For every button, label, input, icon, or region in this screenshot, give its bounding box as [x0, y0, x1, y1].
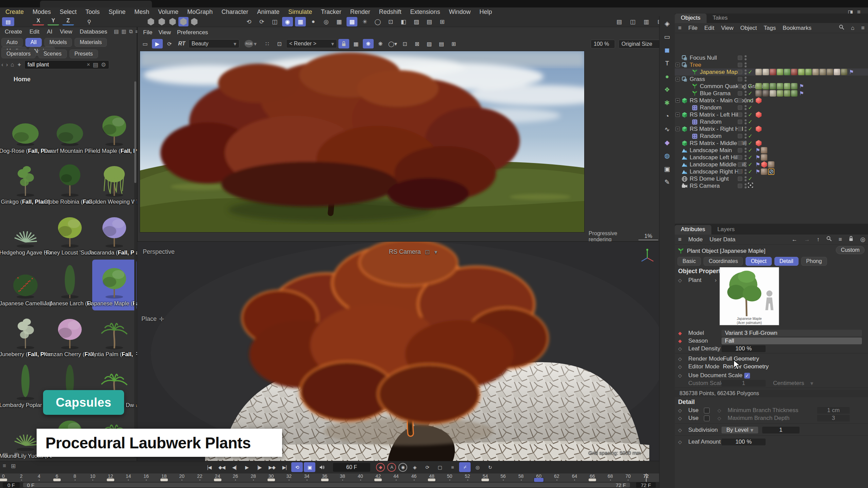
- object-row-blue-grama[interactable]: Blue Grama✓⚑: [675, 90, 868, 97]
- menu-select[interactable]: Select: [60, 8, 77, 16]
- material-tag[interactable]: [791, 83, 797, 89]
- material-icon[interactable]: ●: [308, 17, 319, 26]
- layer-toggle[interactable]: [738, 127, 742, 131]
- attr-tab-coordinates[interactable]: Coordinates: [704, 257, 743, 266]
- menu-help[interactable]: Help: [479, 8, 492, 16]
- enabled-check-icon[interactable]: ✓: [748, 176, 752, 182]
- material-tag[interactable]: [763, 69, 769, 75]
- keyframe-marker[interactable]: [53, 479, 61, 481]
- stripes-icon[interactable]: ▨: [411, 17, 422, 26]
- snapshot-freeze-icon[interactable]: ❋: [363, 39, 374, 48]
- search-input[interactable]: fall plant × ▤ ⚙: [24, 60, 109, 69]
- snap-grid-icon[interactable]: ▩: [347, 17, 357, 26]
- enabled-check-icon[interactable]: ✓: [748, 133, 752, 139]
- forward-icon[interactable]: ›: [6, 61, 8, 68]
- filter-icon[interactable]: ≡: [861, 25, 865, 32]
- enabled-check-icon[interactable]: ✓: [748, 126, 752, 132]
- object-row-random[interactable]: Random✓: [675, 118, 868, 125]
- visibility-dots[interactable]: [745, 62, 747, 68]
- object-row-landscape-left-hill[interactable]: Landscape Left Hill✓⚑: [675, 154, 868, 161]
- home-icon[interactable]: ⌂: [11, 61, 14, 68]
- text-tool-icon[interactable]: T: [665, 60, 669, 66]
- layer-toggle[interactable]: [738, 63, 742, 67]
- menu-modes[interactable]: Modes: [33, 8, 51, 16]
- keyframe-marker[interactable]: [268, 479, 275, 481]
- hamburger-icon[interactable]: ≡: [678, 236, 682, 243]
- material-tag[interactable]: [763, 83, 769, 89]
- layer-toggle[interactable]: [738, 162, 742, 167]
- dither-icon[interactable]: ∷: [262, 39, 273, 48]
- asset-item-kentia[interactable]: Kentia Palm (Fall, Plant): [92, 310, 137, 361]
- circle-icon[interactable]: ◯: [372, 17, 383, 26]
- menu-user-data[interactable]: User Data: [709, 236, 735, 243]
- timeline-ruler[interactable]: 0246810121416182022242628303234363840424…: [0, 473, 659, 482]
- render-mode-select[interactable]: Full Geometry: [723, 355, 759, 362]
- deformer-icon[interactable]: ◔: [665, 113, 669, 119]
- up-icon[interactable]: ↑: [817, 236, 820, 243]
- visibility-dots[interactable]: [745, 126, 747, 133]
- snapshot-icon[interactable]: ▭: [140, 39, 151, 48]
- layer-toggle[interactable]: [738, 155, 742, 160]
- menu-mode[interactable]: Mode: [688, 236, 703, 243]
- layer-toggle[interactable]: [738, 141, 742, 145]
- range-end-field[interactable]: 72 F: [636, 482, 656, 488]
- menu-simulate[interactable]: Simulate: [288, 8, 312, 16]
- keyframe-marker[interactable]: [374, 479, 382, 481]
- enabled-check-icon[interactable]: ✓: [748, 154, 752, 161]
- autokey-button[interactable]: A: [387, 463, 396, 472]
- layer-toggle[interactable]: [738, 177, 742, 181]
- browser-menu-edit[interactable]: Edit: [29, 28, 39, 35]
- visibility-dots[interactable]: [745, 155, 747, 161]
- menu-tools[interactable]: Tools: [85, 8, 100, 16]
- enabled-check-icon[interactable]: ✓: [748, 90, 752, 97]
- record-rot-button[interactable]: ↻: [484, 462, 496, 472]
- layer-toggle[interactable]: [738, 56, 742, 60]
- menu-extensions[interactable]: Extensions: [410, 8, 440, 16]
- previous-frame-button[interactable]: ◀|: [229, 462, 240, 472]
- visibility-dots[interactable]: [745, 183, 747, 189]
- stop-tag[interactable]: [768, 168, 774, 175]
- attr-tab-phong[interactable]: Phong: [801, 257, 827, 266]
- expand-arrow-icon[interactable]: ›: [715, 277, 717, 284]
- browser-menu-create[interactable]: Create: [5, 28, 22, 35]
- filter-all[interactable]: All: [25, 38, 42, 47]
- phong-tag-icon[interactable]: ⚑: [755, 147, 760, 154]
- asset-item-hedgehog[interactable]: Hedgehog Agave (Fall...: [3, 209, 48, 260]
- view-mode-icon[interactable]: [146, 17, 156, 26]
- material-tag[interactable]: [777, 90, 783, 97]
- tab-attributes[interactable]: Attributes: [675, 225, 711, 235]
- key-scale-button[interactable]: ▢: [434, 462, 446, 472]
- enabled-check-icon[interactable]: ✓: [748, 140, 752, 146]
- next-frame-button[interactable]: |▶: [254, 462, 265, 472]
- filter-models[interactable]: Models: [44, 38, 72, 47]
- asset-item-globe[interactable]: Globe Robinia (Fall, Pl...: [48, 158, 92, 209]
- model-select[interactable]: Variant 3 Full-Grown: [722, 330, 862, 337]
- back-icon[interactable]: ←: [792, 236, 797, 243]
- menu-window[interactable]: Window: [449, 8, 471, 16]
- material-tag[interactable]: [820, 69, 826, 75]
- menu-render[interactable]: Render: [350, 8, 370, 16]
- layer-toggle[interactable]: [738, 77, 742, 81]
- enabled-check-icon[interactable]: ✓: [748, 147, 752, 154]
- material-tag[interactable]: [827, 69, 833, 75]
- object-label[interactable]: Blue Grama: [700, 90, 731, 97]
- expand-toggle[interactable]: −: [675, 113, 680, 117]
- asset-item-dog-rose[interactable]: Dog-Rose (Fall, Plant): [3, 107, 48, 158]
- leaf-density-field[interactable]: 100 %: [722, 345, 766, 352]
- object-row-rs-matrix-left-hill[interactable]: −RS Matrix - Left Hill✓: [675, 111, 868, 118]
- material-tag[interactable]: [798, 69, 805, 75]
- object-label[interactable]: Random: [700, 119, 722, 125]
- region-select-icon[interactable]: ◯▾: [387, 39, 398, 48]
- layout-icon[interactable]: ▤: [2, 17, 14, 26]
- visibility-dots[interactable]: [745, 148, 747, 154]
- tab-objects[interactable]: Objects: [675, 14, 707, 23]
- phong-tag-icon[interactable]: ⚑: [799, 83, 804, 89]
- material-tag[interactable]: [755, 90, 762, 97]
- object-row-focus-null[interactable]: Focus Null: [675, 54, 868, 61]
- material-tag[interactable]: [805, 69, 812, 75]
- asset-item-japanese[interactable]: Japanese Larch (Fall, Pl...: [48, 260, 92, 310]
- visibility-dots[interactable]: [745, 134, 747, 140]
- visibility-dots[interactable]: [745, 169, 747, 175]
- custom-button[interactable]: Custom: [836, 246, 865, 254]
- object-label[interactable]: Random: [700, 133, 722, 140]
